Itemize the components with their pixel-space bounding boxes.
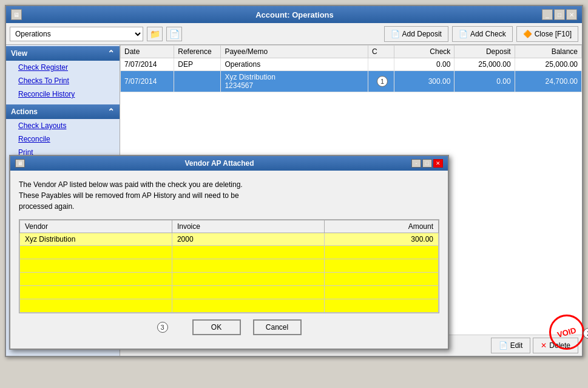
folder-icon-btn[interactable]: 📁: [147, 27, 163, 41]
row-badge-1: 1: [377, 76, 388, 87]
cell-deposit: 25,000.00: [455, 58, 515, 71]
cell-reference: DEP: [174, 58, 221, 71]
dialog-content: The Vendor AP listed below was paid with…: [10, 171, 448, 349]
col-header-balance: Balance: [515, 46, 581, 58]
cell-deposit: 0.00: [455, 71, 515, 92]
add-deposit-button[interactable]: 📄 Add Deposit: [384, 26, 448, 42]
table-row: [20, 246, 439, 259]
col-amount: Amount: [324, 220, 438, 233]
actions-chevron-icon: ⌃: [107, 107, 115, 117]
void-badge: 2: [583, 328, 588, 339]
sidebar-item-check-layouts[interactable]: Check Layouts: [6, 119, 120, 132]
dialog-maximize-button[interactable]: □: [422, 159, 432, 168]
cell-payee: Xyz Distribution 1234567: [221, 71, 368, 92]
sidebar-item-reconcile[interactable]: Reconcile: [6, 132, 120, 146]
close-button[interactable]: ✕: [566, 9, 577, 20]
col-header-deposit: Deposit: [455, 46, 515, 58]
dialog-table: Vendor Invoice Amount Xyz Distribution 2…: [19, 220, 439, 313]
view-section-header: View ⌃: [6, 46, 120, 61]
doc-icon: 📄: [169, 29, 180, 39]
main-toolbar: Operations 📁 📄 📄 Add Deposit 📄 Add Check…: [6, 23, 582, 45]
edit-button[interactable]: 📄 Edit: [491, 338, 531, 353]
table-row: [20, 259, 439, 273]
cell-payee: Operations: [221, 58, 368, 71]
cell-balance: 25,000.00: [515, 58, 581, 71]
dialog-icon: 🖥: [15, 159, 25, 168]
account-selector[interactable]: Operations: [10, 27, 143, 41]
add-check-button[interactable]: 📄 Add Check: [452, 26, 513, 42]
col-invoice: Invoice: [172, 220, 324, 233]
dialog-footer: 3 OK Cancel: [19, 313, 439, 340]
dialog-close-button[interactable]: ✕: [433, 159, 443, 168]
table-row[interactable]: 7/07/2014 DEP Operations 0.00 25,000.00 …: [121, 58, 582, 71]
main-window-icon: 🖥: [11, 9, 22, 20]
dialog-minimize-button[interactable]: -: [411, 159, 421, 168]
close-button-toolbar[interactable]: 🔶 Close [F10]: [516, 26, 578, 42]
cell-reference: [174, 71, 221, 92]
cell-check: 0.00: [394, 58, 455, 71]
vendor-ap-dialog[interactable]: 🖥 Vendor AP Attached - □ ✕ The Vendor AP…: [9, 155, 449, 350]
sidebar-item-check-register[interactable]: Check Register: [6, 61, 120, 74]
main-title-bar: 🖥 Account: Operations _ □ ✕: [6, 6, 582, 23]
dialog-table-container: Vendor Invoice Amount Xyz Distribution 2…: [19, 219, 439, 313]
table-row[interactable]: 7/07/2014 Xyz Distribution 1234567 1 300…: [121, 71, 582, 92]
add-check-icon: 📄: [459, 30, 468, 38]
cancel-button[interactable]: Cancel: [253, 319, 302, 335]
cell-c: [368, 58, 394, 71]
minimize-button[interactable]: _: [542, 9, 553, 20]
table-row: [20, 286, 439, 299]
main-window-title: Account: Operations: [47, 10, 542, 19]
cell-balance: 24,700.00: [515, 71, 581, 92]
col-header-check: Check: [394, 46, 455, 58]
close-icon: 🔶: [523, 30, 532, 38]
actions-section-header: Actions ⌃: [6, 104, 120, 119]
col-header-date: Date: [121, 46, 174, 58]
cell-amount: 300.00: [324, 233, 438, 246]
col-header-c: C: [368, 46, 394, 58]
folder-icon: 📁: [150, 29, 160, 39]
col-header-reference: Reference: [174, 46, 221, 58]
table-row: [20, 299, 439, 313]
view-chevron-icon: ⌃: [107, 49, 115, 58]
delete-button[interactable]: ✕ Delete: [533, 338, 578, 353]
col-header-payee: Payee/Memo: [221, 46, 368, 58]
cell-c: 1: [368, 71, 394, 92]
cell-date: 7/07/2014: [121, 71, 174, 92]
col-vendor: Vendor: [20, 220, 172, 233]
ok-button[interactable]: OK: [192, 319, 241, 335]
dialog-title: Vendor AP Attached: [27, 159, 411, 168]
sidebar-item-checks-to-print[interactable]: Checks To Print: [6, 74, 120, 87]
delete-icon: ✕: [541, 341, 547, 350]
cell-check: 300.00: [394, 71, 455, 92]
dialog-footer-badge: 3: [157, 322, 168, 333]
doc-icon-btn[interactable]: 📄: [166, 27, 182, 41]
sidebar-item-reconcile-history[interactable]: Reconcile History: [6, 87, 120, 101]
cell-date: 7/07/2014: [121, 58, 174, 71]
dialog-message: The Vendor AP listed below was paid with…: [19, 179, 439, 212]
add-deposit-icon: 📄: [391, 30, 400, 38]
table-row: [20, 273, 439, 286]
table-row[interactable]: Xyz Distribution 2000 300.00: [20, 233, 439, 246]
register-table: Date Reference Payee/Memo C Check Deposi…: [120, 45, 582, 92]
maximize-button[interactable]: □: [554, 9, 565, 20]
edit-icon: 📄: [499, 341, 508, 350]
cell-vendor: Xyz Distribution: [20, 233, 172, 246]
cell-invoice: 2000: [172, 233, 324, 246]
dialog-title-bar: 🖥 Vendor AP Attached - □ ✕: [10, 156, 448, 171]
